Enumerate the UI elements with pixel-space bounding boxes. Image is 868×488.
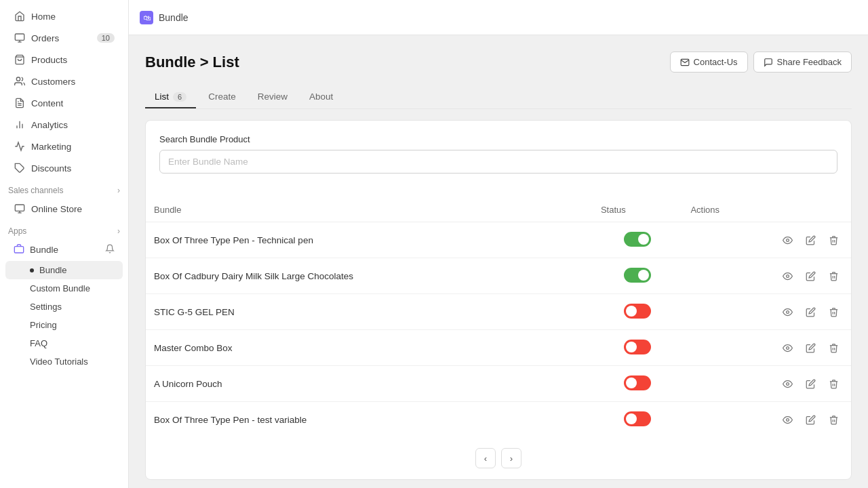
sidebar-sub-item-faq-label: FAQ: [30, 338, 47, 348]
tab-list[interactable]: List 6: [145, 86, 196, 108]
edit-icon: [806, 379, 816, 389]
share-feedback-label: Share Feedback: [777, 57, 842, 67]
delete-button[interactable]: [824, 374, 843, 393]
sales-channels-expand-icon[interactable]: ›: [117, 186, 120, 195]
sidebar-item-bundle-parent[interactable]: Bundle: [5, 239, 123, 261]
table-row: Box Of Cadbury Dairy Milk Silk Large Cho…: [146, 258, 851, 294]
search-section: Search Bundle Product: [146, 121, 851, 187]
edit-button[interactable]: [801, 374, 820, 393]
trash-icon: [829, 379, 839, 389]
trash-icon: [829, 343, 839, 353]
sidebar-sub-item-settings-label: Settings: [30, 302, 62, 312]
status-toggle[interactable]: [624, 375, 651, 390]
sidebar-item-discounts[interactable]: Discounts: [5, 157, 123, 179]
dot-icon: [30, 268, 34, 272]
bundle-name: Box Of Three Type Pen - test variable: [146, 402, 593, 438]
eye-icon: [783, 235, 793, 245]
tab-about[interactable]: About: [300, 86, 342, 108]
prev-page-button[interactable]: ‹: [475, 448, 496, 468]
sidebar-item-online-store[interactable]: Online Store: [5, 198, 123, 220]
sidebar-sub-item-pricing[interactable]: Pricing: [5, 316, 123, 334]
delete-button[interactable]: [824, 338, 843, 357]
toggle-cell[interactable]: [593, 222, 683, 258]
toggle-cell[interactable]: [593, 258, 683, 294]
status-toggle[interactable]: [624, 304, 651, 319]
sidebar-sub-item-video-tutorials-label: Video Tutorials: [30, 357, 88, 367]
page-content: Bundle > List Contact-Us Share Feedback …: [129, 35, 868, 488]
apps-label: Apps: [8, 226, 26, 236]
next-icon: ›: [510, 453, 513, 464]
next-page-button[interactable]: ›: [501, 448, 521, 468]
sidebar-item-analytics[interactable]: Analytics: [5, 114, 123, 136]
toggle-cell[interactable]: [593, 330, 683, 366]
toggle-cell[interactable]: [593, 402, 683, 438]
view-button[interactable]: [778, 230, 797, 249]
topbar-bundle-icon: 🛍: [140, 11, 153, 24]
share-icon: [764, 58, 773, 67]
sidebar-sub-item-faq[interactable]: FAQ: [5, 334, 123, 352]
toggle-cell[interactable]: [593, 366, 683, 402]
svg-point-18: [786, 346, 789, 349]
page-title: Bundle > List: [145, 54, 239, 71]
view-button[interactable]: [778, 410, 797, 429]
svg-point-19: [786, 382, 789, 385]
sidebar-item-customers[interactable]: Customers: [5, 70, 123, 92]
sidebar-sub-item-custom-bundle[interactable]: Custom Bundle: [5, 279, 123, 298]
search-input[interactable]: [159, 150, 837, 174]
edit-button[interactable]: [801, 338, 820, 357]
table-row: A Unicorn Pouch: [146, 366, 851, 402]
delete-button[interactable]: [824, 266, 843, 285]
status-toggle[interactable]: [624, 411, 651, 426]
svg-point-20: [786, 418, 789, 421]
sidebar-item-home[interactable]: Home: [5, 5, 123, 27]
edit-button[interactable]: [801, 302, 820, 321]
contact-icon: [680, 58, 690, 67]
sidebar: Home Orders 10 Products Customers: [0, 0, 129, 488]
share-feedback-button[interactable]: Share Feedback: [753, 52, 852, 73]
svg-rect-14: [14, 247, 23, 253]
view-button[interactable]: [778, 338, 797, 357]
sidebar-sub-item-settings[interactable]: Settings: [5, 298, 123, 316]
contact-us-button[interactable]: Contact-Us: [670, 52, 748, 73]
status-toggle[interactable]: [624, 340, 651, 354]
bell-icon[interactable]: [105, 244, 115, 256]
actions-cell: [682, 258, 851, 294]
toggle-cell[interactable]: [593, 294, 683, 330]
bundle-name: STIC G-5 GEL PEN: [146, 294, 593, 330]
table-row: Box Of Three Type Pen - test variable: [146, 402, 851, 438]
svg-rect-11: [15, 205, 24, 211]
delete-button[interactable]: [824, 302, 843, 321]
svg-rect-0: [15, 34, 24, 40]
sidebar-item-marketing[interactable]: Marketing: [5, 136, 123, 157]
edit-button[interactable]: [801, 266, 820, 285]
sidebar-sub-item-bundle-label: Bundle: [39, 265, 66, 275]
sidebar-item-content[interactable]: Content: [5, 92, 123, 114]
topbar: 🛍 Bundle: [129, 0, 868, 35]
apps-expand-icon[interactable]: ›: [117, 226, 120, 236]
edit-icon: [806, 235, 816, 245]
delete-button[interactable]: [824, 410, 843, 429]
bundle-list-card: Search Bundle Product Bundle Status Acti…: [145, 120, 852, 480]
tab-create-label: Create: [208, 92, 236, 102]
svg-point-15: [786, 239, 789, 241]
edit-button[interactable]: [801, 230, 820, 249]
tab-review[interactable]: Review: [248, 86, 297, 108]
sidebar-sub-item-bundle[interactable]: Bundle: [5, 261, 123, 279]
edit-button[interactable]: [801, 410, 820, 429]
delete-button[interactable]: [824, 230, 843, 249]
svg-point-17: [786, 310, 789, 313]
tab-list-count: 6: [173, 92, 186, 102]
eye-icon: [783, 271, 793, 281]
bundle-name: Box Of Cadbury Dairy Milk Silk Large Cho…: [146, 258, 593, 294]
view-button[interactable]: [778, 302, 797, 321]
actions-cell: [682, 294, 851, 330]
sidebar-sub-item-video-tutorials[interactable]: Video Tutorials: [5, 352, 123, 371]
tab-create[interactable]: Create: [199, 86, 245, 108]
status-toggle[interactable]: [624, 232, 651, 247]
eye-icon: [783, 343, 793, 353]
status-toggle[interactable]: [624, 268, 651, 283]
sidebar-item-products[interactable]: Products: [5, 49, 123, 70]
view-button[interactable]: [778, 374, 797, 393]
sidebar-item-orders[interactable]: Orders 10: [5, 27, 123, 49]
view-button[interactable]: [778, 266, 797, 285]
